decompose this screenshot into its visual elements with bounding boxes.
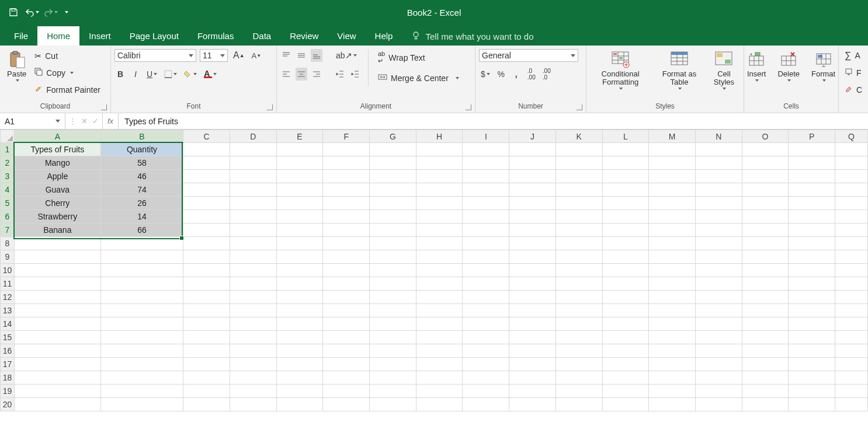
cell[interactable] xyxy=(602,344,649,358)
cell[interactable] xyxy=(100,304,183,317)
tab-page-layout[interactable]: Page Layout xyxy=(120,26,188,46)
cell[interactable] xyxy=(416,398,463,411)
cell[interactable] xyxy=(602,291,649,304)
cell[interactable] xyxy=(509,170,556,183)
cell[interactable] xyxy=(14,358,100,371)
column-header[interactable]: C xyxy=(183,130,230,143)
tab-help[interactable]: Help xyxy=(366,26,402,46)
cell[interactable] xyxy=(789,197,835,210)
cell[interactable] xyxy=(14,250,100,264)
cell[interactable] xyxy=(789,170,835,183)
cell[interactable] xyxy=(602,371,649,385)
cell[interactable] xyxy=(835,264,868,277)
clear-button[interactable]: C xyxy=(842,83,864,96)
cell[interactable] xyxy=(323,304,370,317)
cell[interactable] xyxy=(602,156,649,170)
cell[interactable] xyxy=(695,250,742,264)
cell[interactable] xyxy=(695,156,742,170)
cell[interactable] xyxy=(14,331,100,344)
cell[interactable] xyxy=(835,183,868,197)
cell[interactable] xyxy=(835,358,868,371)
cell[interactable] xyxy=(100,237,183,250)
cell[interactable] xyxy=(555,277,602,291)
tab-view[interactable]: View xyxy=(328,26,365,46)
cell[interactable] xyxy=(323,344,370,358)
cell[interactable] xyxy=(416,385,463,398)
cut-button[interactable]: ✂Cut xyxy=(32,50,103,62)
cell[interactable] xyxy=(463,143,509,156)
row-header[interactable]: 6 xyxy=(1,210,15,224)
cell[interactable]: Cherry xyxy=(14,197,100,210)
font-name-select[interactable]: Calibri xyxy=(114,49,196,62)
cell[interactable] xyxy=(789,358,835,371)
cell[interactable] xyxy=(230,250,276,264)
cell[interactable] xyxy=(555,224,602,237)
cell[interactable] xyxy=(555,250,602,264)
cell[interactable] xyxy=(649,224,696,237)
cell[interactable] xyxy=(695,237,742,250)
cell[interactable] xyxy=(370,398,416,411)
fill-button[interactable]: F xyxy=(842,67,864,79)
cell[interactable] xyxy=(509,183,556,197)
decrease-indent-icon[interactable] xyxy=(334,68,346,81)
cell[interactable] xyxy=(276,398,323,411)
cell[interactable] xyxy=(742,170,789,183)
cell[interactable] xyxy=(183,264,230,277)
cell[interactable] xyxy=(276,291,323,304)
cell[interactable] xyxy=(276,371,323,385)
column-header[interactable]: P xyxy=(789,130,835,143)
decrease-font-icon[interactable]: A▼ xyxy=(250,49,263,62)
cell[interactable] xyxy=(323,183,370,197)
cell[interactable] xyxy=(742,197,789,210)
cell[interactable] xyxy=(789,304,835,317)
row-header[interactable]: 1 xyxy=(1,143,15,156)
orientation-icon[interactable]: ab↗ xyxy=(334,49,359,62)
cell[interactable] xyxy=(742,183,789,197)
cell[interactable] xyxy=(183,183,230,197)
currency-icon[interactable]: $ xyxy=(479,68,492,81)
cell[interactable] xyxy=(276,358,323,371)
border-button[interactable] xyxy=(162,68,179,81)
cell[interactable] xyxy=(14,277,100,291)
cell[interactable] xyxy=(100,385,183,398)
cell[interactable] xyxy=(555,317,602,331)
cancel-formula-icon[interactable]: ✕ xyxy=(81,117,88,125)
cell[interactable] xyxy=(183,277,230,291)
cell[interactable] xyxy=(835,385,868,398)
cell[interactable] xyxy=(14,291,100,304)
cell[interactable] xyxy=(370,237,416,250)
cell[interactable] xyxy=(370,358,416,371)
cell[interactable] xyxy=(276,317,323,331)
cell[interactable] xyxy=(695,291,742,304)
cell[interactable] xyxy=(323,264,370,277)
cell[interactable] xyxy=(835,224,868,237)
conditional-formatting-button[interactable]: Conditional Formatting xyxy=(590,49,651,91)
cell[interactable] xyxy=(742,250,789,264)
cell[interactable] xyxy=(370,344,416,358)
cell[interactable] xyxy=(463,210,509,224)
cell[interactable]: 74 xyxy=(100,183,183,197)
cell[interactable] xyxy=(555,331,602,344)
row-header[interactable]: 9 xyxy=(1,250,15,264)
cell[interactable] xyxy=(835,291,868,304)
cell[interactable] xyxy=(555,398,602,411)
column-header[interactable]: A xyxy=(14,130,100,143)
fill-color-button[interactable] xyxy=(182,68,199,81)
cell[interactable] xyxy=(230,358,276,371)
cell[interactable] xyxy=(14,304,100,317)
cell[interactable]: Types of Fruits xyxy=(14,143,100,156)
cell[interactable] xyxy=(463,304,509,317)
column-header[interactable]: L xyxy=(602,130,649,143)
cell[interactable] xyxy=(230,317,276,331)
cell[interactable] xyxy=(416,183,463,197)
cell[interactable] xyxy=(230,291,276,304)
font-size-select[interactable]: 11 xyxy=(200,49,228,62)
cell[interactable] xyxy=(370,156,416,170)
cell[interactable] xyxy=(742,264,789,277)
cell[interactable] xyxy=(463,358,509,371)
cell[interactable]: Strawberry xyxy=(14,210,100,224)
cell[interactable] xyxy=(323,398,370,411)
cell[interactable] xyxy=(230,264,276,277)
cell[interactable] xyxy=(742,210,789,224)
cell[interactable] xyxy=(100,331,183,344)
